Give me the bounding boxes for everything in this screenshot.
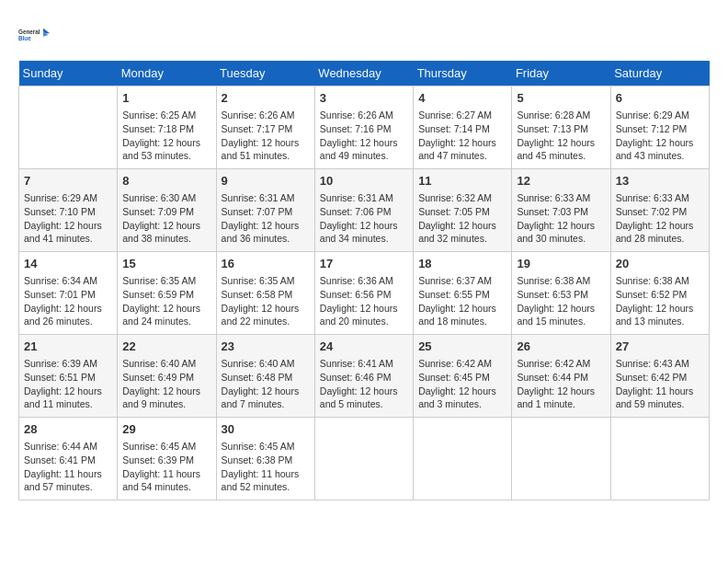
day-info: Sunrise: 6:38 AM Sunset: 6:53 PM Dayligh… bbox=[517, 274, 605, 328]
calendar-cell bbox=[610, 418, 709, 500]
day-info: Sunrise: 6:36 AM Sunset: 6:56 PM Dayligh… bbox=[320, 274, 408, 328]
day-info: Sunrise: 6:27 AM Sunset: 7:14 PM Dayligh… bbox=[418, 109, 506, 163]
day-info: Sunrise: 6:33 AM Sunset: 7:03 PM Dayligh… bbox=[517, 191, 605, 246]
calendar-cell bbox=[314, 418, 413, 500]
calendar-cell: 23Sunrise: 6:40 AM Sunset: 6:48 PM Dayli… bbox=[216, 335, 314, 418]
calendar-cell: 28Sunrise: 6:44 AM Sunset: 6:41 PM Dayli… bbox=[19, 418, 118, 500]
calendar-cell bbox=[512, 418, 610, 500]
calendar-cell: 3Sunrise: 6:26 AM Sunset: 7:16 PM Daylig… bbox=[314, 86, 413, 169]
calendar-cell: 24Sunrise: 6:41 AM Sunset: 6:46 PM Dayli… bbox=[314, 335, 413, 418]
calendar-cell: 12Sunrise: 6:33 AM Sunset: 7:03 PM Dayli… bbox=[512, 169, 610, 252]
calendar-cell: 29Sunrise: 6:45 AM Sunset: 6:39 PM Dayli… bbox=[118, 418, 216, 500]
day-info: Sunrise: 6:30 AM Sunset: 7:09 PM Dayligh… bbox=[122, 191, 210, 246]
page-header: GeneralBlue bbox=[18, 18, 710, 52]
calendar-cell: 11Sunrise: 6:32 AM Sunset: 7:05 PM Dayli… bbox=[414, 169, 512, 252]
calendar-cell: 1Sunrise: 6:25 AM Sunset: 7:18 PM Daylig… bbox=[118, 86, 216, 169]
calendar-cell: 4Sunrise: 6:27 AM Sunset: 7:14 PM Daylig… bbox=[414, 86, 512, 169]
day-info: Sunrise: 6:40 AM Sunset: 6:49 PM Dayligh… bbox=[122, 357, 210, 411]
day-info: Sunrise: 6:37 AM Sunset: 6:55 PM Dayligh… bbox=[418, 274, 506, 328]
logo-icon: GeneralBlue bbox=[18, 18, 51, 52]
calendar-cell: 21Sunrise: 6:39 AM Sunset: 6:51 PM Dayli… bbox=[19, 335, 118, 418]
day-info: Sunrise: 6:29 AM Sunset: 7:10 PM Dayligh… bbox=[24, 191, 112, 246]
day-number: 15 bbox=[122, 256, 210, 272]
calendar-cell: 7Sunrise: 6:29 AM Sunset: 7:10 PM Daylig… bbox=[19, 169, 118, 252]
day-number: 5 bbox=[517, 90, 605, 107]
day-info: Sunrise: 6:26 AM Sunset: 7:16 PM Dayligh… bbox=[320, 109, 408, 163]
calendar-cell: 22Sunrise: 6:40 AM Sunset: 6:49 PM Dayli… bbox=[118, 335, 216, 418]
logo: GeneralBlue bbox=[18, 18, 51, 52]
day-info: Sunrise: 6:28 AM Sunset: 7:13 PM Dayligh… bbox=[517, 109, 605, 163]
calendar-table: SundayMondayTuesdayWednesdayThursdayFrid… bbox=[18, 61, 710, 500]
day-number: 18 bbox=[418, 256, 506, 272]
weekday-header-row: SundayMondayTuesdayWednesdayThursdayFrid… bbox=[19, 61, 710, 86]
day-number: 23 bbox=[222, 339, 310, 355]
day-number: 2 bbox=[222, 90, 310, 107]
calendar-cell: 2Sunrise: 6:26 AM Sunset: 7:17 PM Daylig… bbox=[216, 86, 314, 169]
calendar-cell: 15Sunrise: 6:35 AM Sunset: 6:59 PM Dayli… bbox=[118, 252, 216, 335]
week-row-3: 14Sunrise: 6:34 AM Sunset: 7:01 PM Dayli… bbox=[19, 252, 710, 335]
day-number: 19 bbox=[517, 256, 605, 272]
day-number: 9 bbox=[222, 173, 310, 190]
day-info: Sunrise: 6:38 AM Sunset: 6:52 PM Dayligh… bbox=[616, 274, 704, 328]
day-number: 28 bbox=[24, 421, 112, 438]
svg-text:General: General bbox=[18, 29, 40, 35]
calendar-cell bbox=[19, 86, 118, 169]
day-info: Sunrise: 6:43 AM Sunset: 6:42 PM Dayligh… bbox=[616, 357, 704, 411]
day-number: 11 bbox=[418, 173, 506, 190]
day-number: 13 bbox=[616, 173, 704, 190]
day-number: 8 bbox=[122, 173, 210, 190]
day-info: Sunrise: 6:42 AM Sunset: 6:44 PM Dayligh… bbox=[517, 357, 605, 411]
calendar-cell: 14Sunrise: 6:34 AM Sunset: 7:01 PM Dayli… bbox=[19, 252, 118, 335]
week-row-1: 1Sunrise: 6:25 AM Sunset: 7:18 PM Daylig… bbox=[19, 86, 710, 169]
week-row-4: 21Sunrise: 6:39 AM Sunset: 6:51 PM Dayli… bbox=[19, 335, 710, 418]
day-info: Sunrise: 6:35 AM Sunset: 6:58 PM Dayligh… bbox=[222, 274, 310, 328]
day-info: Sunrise: 6:40 AM Sunset: 6:48 PM Dayligh… bbox=[222, 357, 310, 411]
day-number: 17 bbox=[320, 256, 408, 272]
calendar-cell: 17Sunrise: 6:36 AM Sunset: 6:56 PM Dayli… bbox=[314, 252, 413, 335]
day-info: Sunrise: 6:35 AM Sunset: 6:59 PM Dayligh… bbox=[122, 274, 210, 328]
weekday-header-friday: Friday bbox=[512, 61, 610, 86]
calendar-cell: 10Sunrise: 6:31 AM Sunset: 7:06 PM Dayli… bbox=[314, 169, 413, 252]
day-number: 25 bbox=[418, 339, 506, 355]
calendar-cell: 16Sunrise: 6:35 AM Sunset: 6:58 PM Dayli… bbox=[216, 252, 314, 335]
day-number: 22 bbox=[122, 339, 210, 355]
weekday-header-tuesday: Tuesday bbox=[216, 61, 314, 86]
calendar-cell: 13Sunrise: 6:33 AM Sunset: 7:02 PM Dayli… bbox=[610, 169, 709, 252]
day-info: Sunrise: 6:31 AM Sunset: 7:06 PM Dayligh… bbox=[320, 191, 408, 246]
weekday-header-thursday: Thursday bbox=[414, 61, 512, 86]
day-info: Sunrise: 6:26 AM Sunset: 7:17 PM Dayligh… bbox=[222, 109, 310, 163]
day-number: 21 bbox=[24, 339, 112, 355]
weekday-header-wednesday: Wednesday bbox=[314, 61, 413, 86]
calendar-cell: 30Sunrise: 6:45 AM Sunset: 6:38 PM Dayli… bbox=[216, 418, 314, 500]
day-info: Sunrise: 6:39 AM Sunset: 6:51 PM Dayligh… bbox=[24, 357, 112, 411]
calendar-cell: 6Sunrise: 6:29 AM Sunset: 7:12 PM Daylig… bbox=[610, 86, 709, 169]
svg-text:Blue: Blue bbox=[18, 35, 31, 41]
weekday-header-saturday: Saturday bbox=[610, 61, 709, 86]
day-info: Sunrise: 6:29 AM Sunset: 7:12 PM Dayligh… bbox=[616, 109, 704, 163]
day-info: Sunrise: 6:44 AM Sunset: 6:41 PM Dayligh… bbox=[24, 440, 112, 494]
calendar-cell: 18Sunrise: 6:37 AM Sunset: 6:55 PM Dayli… bbox=[414, 252, 512, 335]
calendar-cell: 5Sunrise: 6:28 AM Sunset: 7:13 PM Daylig… bbox=[512, 86, 610, 169]
day-info: Sunrise: 6:25 AM Sunset: 7:18 PM Dayligh… bbox=[122, 109, 210, 163]
day-number: 29 bbox=[122, 421, 210, 438]
calendar-cell: 20Sunrise: 6:38 AM Sunset: 6:52 PM Dayli… bbox=[610, 252, 709, 335]
day-info: Sunrise: 6:45 AM Sunset: 6:39 PM Dayligh… bbox=[122, 440, 210, 494]
day-info: Sunrise: 6:33 AM Sunset: 7:02 PM Dayligh… bbox=[616, 191, 704, 246]
day-info: Sunrise: 6:41 AM Sunset: 6:46 PM Dayligh… bbox=[320, 357, 408, 411]
day-number: 20 bbox=[616, 256, 704, 272]
day-number: 24 bbox=[320, 339, 408, 355]
day-info: Sunrise: 6:42 AM Sunset: 6:45 PM Dayligh… bbox=[418, 357, 506, 411]
day-info: Sunrise: 6:45 AM Sunset: 6:38 PM Dayligh… bbox=[222, 440, 310, 494]
calendar-cell: 9Sunrise: 6:31 AM Sunset: 7:07 PM Daylig… bbox=[216, 169, 314, 252]
day-number: 26 bbox=[517, 339, 605, 355]
weekday-header-sunday: Sunday bbox=[19, 61, 118, 86]
day-info: Sunrise: 6:32 AM Sunset: 7:05 PM Dayligh… bbox=[418, 191, 506, 246]
day-number: 3 bbox=[320, 90, 408, 107]
calendar-cell: 8Sunrise: 6:30 AM Sunset: 7:09 PM Daylig… bbox=[118, 169, 216, 252]
day-number: 16 bbox=[222, 256, 310, 272]
day-number: 14 bbox=[24, 256, 112, 272]
calendar-cell: 19Sunrise: 6:38 AM Sunset: 6:53 PM Dayli… bbox=[512, 252, 610, 335]
day-number: 12 bbox=[517, 173, 605, 190]
week-row-5: 28Sunrise: 6:44 AM Sunset: 6:41 PM Dayli… bbox=[19, 418, 710, 500]
calendar-cell bbox=[414, 418, 512, 500]
